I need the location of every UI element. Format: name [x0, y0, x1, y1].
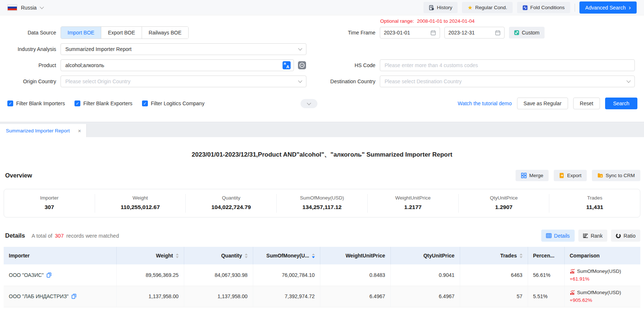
tab-summarized-importer-report[interactable]: Summarized Importer Report ×	[0, 124, 87, 137]
stat-value: 104,022,724.79	[186, 204, 276, 211]
hs-code-input[interactable]	[380, 59, 635, 71]
col-weight[interactable]: Weight	[116, 247, 184, 264]
industry-analysis-label: Industry Analysis	[0, 46, 61, 52]
importer-name[interactable]: ООО "ОАЗИС"	[9, 272, 44, 278]
sort-icon-desc-active[interactable]	[312, 253, 315, 258]
view-details-button[interactable]: Details	[541, 230, 575, 242]
cell-quantity: 1,137,958.00	[184, 286, 253, 307]
tab-import-boe[interactable]: Import BOE	[61, 27, 101, 39]
stat-trades: Trades 11,431	[549, 194, 640, 213]
table-row: ООО "ЛАБ ИНДАСТРИЗ" 1,137,958.00 1,137,9…	[4, 286, 640, 307]
tab-railways-boe[interactable]: Railways BOE	[142, 27, 188, 39]
date-to-input[interactable]: 2023-12-31	[444, 27, 505, 39]
stat-sum-of-money: SumOfMoney(USD) 134,257,117.12	[277, 194, 368, 213]
export-label: Export	[567, 173, 581, 178]
translate-icon[interactable]: ЯA	[282, 61, 291, 71]
stat-weight: Weight 110,255,012.67	[95, 194, 186, 213]
optional-range-value: 2008-01-01 to 2024-01-04	[417, 18, 474, 26]
overview-heading: Overview	[5, 172, 32, 179]
stat-label: Weight	[95, 195, 186, 201]
overview-stats-card: Importer 307 Weight 110,255,012.67 Quant…	[4, 189, 640, 217]
fold-conditions-label: Fold Conditions	[530, 5, 565, 10]
checkbox-filter-blank-exporters[interactable]: ✓ Filter Blank Exporters	[74, 100, 132, 106]
total-count: 307	[55, 233, 64, 239]
advanced-search-label: Advanced Search	[585, 5, 626, 11]
product-input[interactable]	[61, 59, 294, 71]
vertical-divider	[575, 4, 575, 12]
copy-icon[interactable]	[72, 294, 76, 299]
stat-value: 307	[4, 204, 95, 211]
checkbox-filter-blank-importers[interactable]: ✓ Filter Blank Importers	[7, 100, 65, 106]
comparison-change: +905.62%	[570, 297, 636, 303]
cell-weight-unit-price: 6.4967	[320, 286, 390, 307]
destination-country-placeholder: Please select Destination Country	[385, 78, 462, 84]
cell-percent: 5.51%	[528, 286, 564, 307]
destination-country-select[interactable]: Please select Destination Country	[380, 76, 635, 87]
col-sum-of-money[interactable]: SumOfMoney(U...	[253, 247, 320, 264]
cell-percent: 56.61%	[528, 264, 564, 286]
history-button[interactable]: History	[423, 2, 458, 13]
copy-icon[interactable]	[47, 272, 51, 278]
sync-to-crm-button[interactable]: Sync to CRM	[592, 170, 640, 181]
close-icon[interactable]: ×	[78, 128, 81, 134]
view-details-label: Details	[554, 233, 570, 239]
col-importer: Importer	[4, 247, 116, 264]
merge-button[interactable]: Merge	[516, 170, 549, 181]
regular-cond-button[interactable]: ★ Regular Cond.	[462, 2, 513, 13]
chevron-down-icon	[626, 78, 630, 83]
collapse-form-button[interactable]	[301, 99, 317, 108]
destination-country-label: Destination Country	[306, 78, 380, 84]
country-selector[interactable]: Russia	[7, 4, 43, 11]
data-source-label: Data Source	[0, 30, 61, 36]
col-comparison: Comparison	[564, 247, 640, 264]
search-button[interactable]: Search	[605, 98, 637, 109]
reset-button[interactable]: Reset	[573, 98, 600, 109]
stat-quantity: Quantity 104,022,724.79	[186, 194, 277, 213]
advanced-search-button[interactable]: Advanced Search ›	[579, 1, 637, 14]
fuzzy-match-icon[interactable]	[298, 61, 306, 70]
result-tab-bar: Summarized Importer Report ×	[0, 122, 644, 137]
cell-weight-unit-price: 0.8483	[320, 264, 390, 286]
sort-icon[interactable]	[176, 253, 179, 258]
checkbox-label: Filter Blank Exporters	[83, 100, 132, 106]
col-quantity[interactable]: Quantity	[184, 247, 253, 264]
cell-comparison: SumOfMoney(USD) +905.62%	[564, 286, 640, 307]
export-button[interactable]: Export	[554, 170, 587, 181]
stat-label: Trades	[549, 195, 640, 201]
stat-value: 1.2907	[459, 204, 549, 211]
date-from-input[interactable]: 2023-01-01	[380, 27, 440, 39]
table-icon	[546, 233, 552, 238]
sort-icon[interactable]	[520, 253, 523, 258]
view-rank-button[interactable]: Rank	[578, 230, 608, 242]
top-bar-actions: History ★ Regular Cond. Fold Conditions …	[423, 1, 637, 14]
filter-checkbox-group: ✓ Filter Blank Importers ✓ Filter Blank …	[7, 100, 204, 106]
tab-export-boe[interactable]: Export BOE	[101, 27, 142, 39]
cell-weight: 89,596,369.25	[116, 264, 184, 286]
country-label: Russia	[21, 5, 37, 11]
industry-analysis-select[interactable]: Summarized Importer Report	[61, 43, 306, 55]
stat-label: Quantity	[186, 195, 276, 201]
stat-value: 134,257,117.12	[277, 204, 367, 211]
regular-cond-label: Regular Cond.	[475, 5, 507, 10]
checkbox-checked-icon: ✓	[7, 100, 13, 106]
view-switcher: Details Rank Ratio	[541, 230, 640, 242]
custom-range-button[interactable]: Custom	[509, 27, 545, 39]
col-trades[interactable]: Trades	[460, 247, 528, 264]
chevron-down-icon	[307, 101, 311, 105]
checkbox-filter-logitics-company[interactable]: ✓ Filter Logitics Company	[142, 100, 204, 106]
col-weight-unit-price: WeightUnitPrice	[320, 247, 390, 264]
fold-conditions-button[interactable]: Fold Conditions	[517, 2, 570, 13]
comparison-change: +61.91%	[570, 276, 636, 282]
cell-qty-unit-price: 6.4967	[390, 286, 460, 307]
export-icon	[559, 173, 564, 178]
trend-chart-icon	[570, 269, 575, 274]
sort-icon[interactable]	[245, 253, 248, 258]
tutorial-demo-link[interactable]: Watch the tutorial demo	[458, 100, 512, 106]
view-ratio-button[interactable]: Ratio	[611, 230, 640, 242]
importer-name[interactable]: ООО "ЛАБ ИНДАСТРИЗ"	[9, 293, 69, 299]
merge-icon	[521, 173, 527, 178]
stat-label: QtyUnitPrice	[459, 195, 549, 201]
save-as-regular-button[interactable]: Save as Regular	[517, 98, 568, 109]
top-bar: Russia History ★ Regular Cond. Fold Cond…	[0, 0, 644, 15]
origin-country-select[interactable]: Please select Origin Country	[61, 76, 306, 87]
